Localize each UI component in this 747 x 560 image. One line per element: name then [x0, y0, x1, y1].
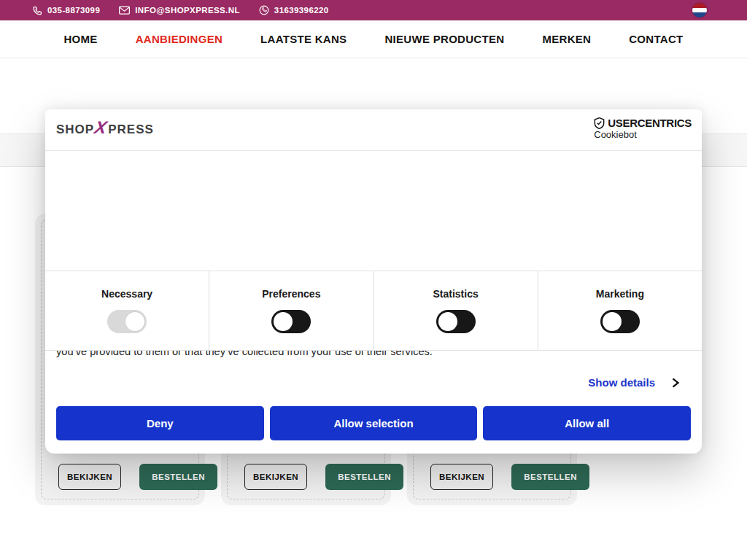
whatsapp-number: 31639396220 [274, 6, 329, 15]
toggle-knob [438, 312, 457, 331]
cookie-category-preferences: Preferences [209, 271, 373, 350]
cookiebot-name: Cookiebot [594, 129, 692, 140]
allow-all-button[interactable]: Allow all [483, 406, 691, 440]
usercentrics-shield-icon [594, 117, 605, 129]
cookie-dialog-buttons: Deny Allow selection Allow all [56, 406, 691, 440]
logo-text-press: PRESS [108, 122, 154, 137]
chevron-right-icon [671, 378, 680, 388]
nav-item-nieuwe-producten[interactable]: NIEUWE PRODUCTEN [384, 33, 504, 45]
cookie-category-marketing: Marketing [538, 271, 702, 350]
email-address: INFO@SHOPXPRESS.NL [135, 6, 240, 15]
email-link[interactable]: INFO@SHOPXPRESS.NL [119, 6, 240, 15]
toggle-knob [603, 312, 622, 331]
whatsapp-icon [259, 5, 269, 15]
dialog-shop-logo: SHOPXPRESS [56, 121, 154, 138]
nav-item-laatste-kans[interactable]: LAATSTE KANS [260, 33, 347, 45]
show-details-label: Show details [588, 376, 655, 389]
logo-text-shop: SHOP [56, 122, 94, 137]
envelope-icon [119, 6, 130, 15]
product-view-button[interactable]: BEKIJKEN [430, 464, 493, 490]
cookie-category-necessary: Necessary [45, 271, 209, 350]
category-label: Necessary [45, 288, 209, 300]
usercentrics-logo: USERCENTRICS Cookiebot [594, 117, 692, 140]
toggle-knob [125, 312, 144, 331]
preferences-toggle[interactable] [271, 310, 311, 333]
cookie-consent-dialog: SHOPXPRESS USERCENTRICS Cookiebot This w… [45, 109, 702, 454]
necessary-toggle [107, 310, 147, 333]
marketing-toggle[interactable] [600, 310, 640, 333]
usercentrics-name: USERCENTRICS [608, 117, 692, 129]
product-view-button[interactable]: BEKIJKEN [244, 464, 307, 490]
language-flag-nl[interactable] [692, 3, 707, 18]
show-details-link[interactable]: Show details [588, 366, 680, 399]
toggle-knob [274, 312, 293, 331]
whatsapp-link[interactable]: 31639396220 [259, 5, 329, 15]
category-label: Marketing [538, 288, 702, 300]
product-order-button[interactable]: BESTELLEN [139, 464, 217, 490]
phone-link[interactable]: 035-8873099 [33, 6, 100, 15]
logo-x-mark: X [93, 117, 109, 138]
product-order-button[interactable]: BESTELLEN [325, 464, 403, 490]
nav-item-aanbiedingen[interactable]: AANBIEDINGEN [136, 33, 222, 45]
category-label: Statistics [374, 288, 538, 300]
product-order-button[interactable]: BESTELLEN [511, 464, 589, 490]
top-contact-bar: 035-8873099 INFO@SHOPXPRESS.NL 316393962… [0, 0, 747, 20]
nav-item-merken[interactable]: MERKEN [542, 33, 591, 45]
cookie-dialog-header: SHOPXPRESS USERCENTRICS Cookiebot [45, 109, 702, 151]
statistics-toggle[interactable] [436, 310, 476, 333]
product-view-button[interactable]: BEKIJKEN [58, 464, 121, 490]
page: 035-8873099 INFO@SHOPXPRESS.NL 316393962… [0, 0, 747, 560]
main-nav: HOME AANBIEDINGEN LAATSTE KANS NIEUWE PR… [0, 20, 747, 58]
category-label: Preferences [209, 288, 373, 300]
deny-button[interactable]: Deny [56, 406, 264, 440]
cookie-category-toggles: Necessary Preferences Statistics Marketi… [45, 271, 702, 351]
nav-item-home[interactable]: HOME [63, 33, 97, 45]
allow-selection-button[interactable]: Allow selection [270, 406, 478, 440]
nav-item-contact[interactable]: CONTACT [629, 33, 683, 45]
cookie-category-statistics: Statistics [374, 271, 538, 350]
phone-icon [33, 6, 42, 15]
phone-number: 035-8873099 [47, 6, 100, 15]
